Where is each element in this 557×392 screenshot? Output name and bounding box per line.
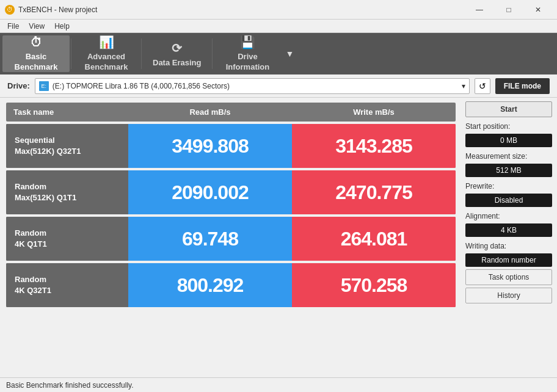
toolbar-dropdown-arrow[interactable]: ▼ bbox=[282, 35, 297, 72]
main-content: Task name Read mB/s Write mB/s Sequentia… bbox=[0, 98, 557, 377]
write-sequential: 3143.285 bbox=[292, 124, 456, 168]
header-write: Write mB/s bbox=[292, 103, 456, 122]
advanced-benchmark-label: AdvancedBenchmark bbox=[85, 52, 128, 73]
window-title: TxBENCH - New project bbox=[18, 5, 465, 14]
measurement-size-label: Measurement size: bbox=[465, 152, 552, 161]
drive-bar: Drive: E: (E:) TOPMORE Libra 1.86 TB (4,… bbox=[0, 74, 557, 98]
menu-file[interactable]: File bbox=[2, 21, 24, 32]
advanced-benchmark-icon: 📊 bbox=[99, 35, 114, 49]
minimize-button[interactable]: — bbox=[465, 1, 493, 19]
task-name-random-4k-q32: Random4K Q32T1 bbox=[6, 263, 128, 307]
title-bar: ⏱ TxBENCH - New project — □ ✕ bbox=[0, 0, 557, 20]
start-position-label: Start position: bbox=[465, 122, 552, 131]
drive-label: Drive: bbox=[7, 81, 30, 90]
header-task-name: Task name bbox=[6, 103, 128, 122]
read-random-512k: 2090.002 bbox=[128, 170, 292, 214]
maximize-button[interactable]: □ bbox=[495, 1, 523, 19]
toolbar-basic-benchmark[interactable]: ⏱ BasicBenchmark bbox=[2, 35, 70, 72]
alignment-value: 4 KB bbox=[465, 223, 552, 237]
menu-help[interactable]: Help bbox=[49, 21, 75, 32]
drive-select-inner: E: (E:) TOPMORE Libra 1.86 TB (4,000,761… bbox=[39, 81, 230, 91]
menu-bar: File View Help bbox=[0, 20, 557, 33]
read-sequential: 3499.808 bbox=[128, 124, 292, 168]
data-erasing-label: Data Erasing bbox=[153, 58, 201, 67]
drive-icon: E: bbox=[39, 81, 49, 91]
toolbar-separator-1 bbox=[71, 38, 71, 69]
measurement-size-value: 512 MB bbox=[465, 164, 552, 177]
history-button[interactable]: History bbox=[465, 288, 552, 303]
start-button[interactable]: Start bbox=[465, 101, 552, 117]
alignment-label: Alignment: bbox=[465, 212, 552, 220]
task-options-button[interactable]: Task options bbox=[465, 269, 552, 285]
drive-information-icon: 💾 bbox=[240, 35, 255, 49]
app-icon: ⏱ bbox=[5, 5, 15, 15]
bench-row-random-4k-q32: Random4K Q32T1 800.292 570.258 bbox=[6, 263, 456, 307]
prewrite-value: Disabled bbox=[465, 194, 552, 207]
toolbar-advanced-benchmark[interactable]: 📊 AdvancedBenchmark bbox=[73, 35, 140, 72]
file-mode-button[interactable]: FILE mode bbox=[495, 78, 550, 94]
toolbar-drive-information[interactable]: 💾 DriveInformation bbox=[214, 35, 281, 72]
toolbar-data-erasing[interactable]: ⟳ Data Erasing bbox=[143, 35, 211, 72]
toolbar-separator-2 bbox=[141, 38, 142, 69]
drive-information-label: DriveInformation bbox=[226, 52, 270, 73]
bench-header: Task name Read mB/s Write mB/s bbox=[6, 103, 456, 122]
bench-row-sequential: SequentialMax(512K) Q32T1 3499.808 3143.… bbox=[6, 124, 456, 168]
basic-benchmark-label: BasicBenchmark bbox=[15, 52, 58, 73]
bench-row-random-4k-q1: Random4K Q1T1 69.748 264.081 bbox=[6, 217, 456, 261]
header-read: Read mB/s bbox=[128, 103, 292, 122]
drive-dropdown-arrow: ▾ bbox=[462, 82, 465, 90]
prewrite-label: Prewrite: bbox=[465, 182, 552, 191]
basic-benchmark-icon: ⏱ bbox=[30, 35, 42, 49]
drive-select[interactable]: E: (E:) TOPMORE Libra 1.86 TB (4,000,761… bbox=[35, 78, 470, 94]
task-name-random-512k: RandomMax(512K) Q1T1 bbox=[6, 170, 128, 214]
writing-data-label: Writing data: bbox=[465, 242, 552, 250]
start-position-value: 0 MB bbox=[465, 134, 552, 147]
task-name-sequential: SequentialMax(512K) Q32T1 bbox=[6, 124, 128, 168]
read-random-4k-q32: 800.292 bbox=[128, 263, 292, 307]
data-erasing-icon: ⟳ bbox=[172, 41, 182, 56]
drive-selected-text: (E:) TOPMORE Libra 1.86 TB (4,000,761,85… bbox=[53, 82, 230, 90]
status-message: Basic Benchmark finished successfully. bbox=[6, 381, 134, 390]
toolbar-separator-3 bbox=[212, 38, 213, 69]
write-random-512k: 2470.775 bbox=[292, 170, 456, 214]
write-random-4k-q1: 264.081 bbox=[292, 217, 456, 261]
refresh-icon: ↺ bbox=[479, 81, 486, 91]
status-bar: Basic Benchmark finished successfully. bbox=[0, 377, 557, 392]
writing-data-value: Random number bbox=[465, 253, 552, 267]
menu-view[interactable]: View bbox=[24, 21, 49, 32]
close-button[interactable]: ✕ bbox=[524, 1, 552, 19]
toolbar: ⏱ BasicBenchmark 📊 AdvancedBenchmark ⟳ D… bbox=[0, 33, 557, 74]
benchmark-area: Task name Read mB/s Write mB/s Sequentia… bbox=[0, 98, 461, 377]
read-random-4k-q1: 69.748 bbox=[128, 217, 292, 261]
window-controls: — □ ✕ bbox=[465, 1, 552, 19]
right-sidebar: Start Start position: 0 MB Measurement s… bbox=[461, 98, 557, 377]
drive-refresh-button[interactable]: ↺ bbox=[475, 78, 490, 94]
task-name-random-4k-q1: Random4K Q1T1 bbox=[6, 217, 128, 261]
bench-row-random-512k: RandomMax(512K) Q1T1 2090.002 2470.775 bbox=[6, 170, 456, 214]
write-random-4k-q32: 570.258 bbox=[292, 263, 456, 307]
